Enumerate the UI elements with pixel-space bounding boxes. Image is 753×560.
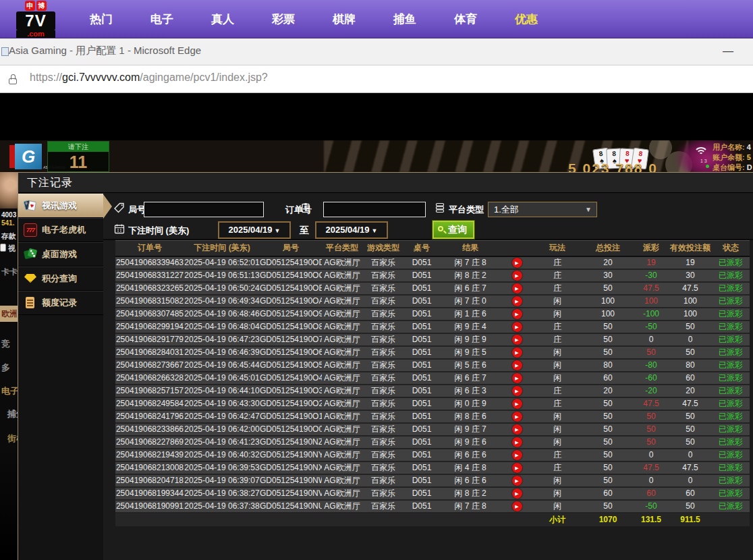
cell-payout: 60 [634, 487, 669, 500]
lock-icon[interactable] [9, 74, 17, 85]
nav-item-fishing[interactable]: 捕鱼 [379, 11, 430, 27]
cell-result: 闲 9 庄 6 [439, 436, 501, 449]
cell-round: GD051254190O4 [260, 372, 322, 385]
nav-item-live[interactable]: 真人 [197, 11, 248, 27]
balance-label: 账户余额: [713, 153, 745, 161]
bg-fragment: 捕鱼 [1, 408, 18, 420]
platform-type-select[interactable]: 1.全部 ▼ [488, 202, 597, 217]
query-button[interactable]: 查询 [433, 221, 474, 239]
replay-button[interactable]: ▶ [512, 360, 522, 370]
replay-button[interactable]: ▶ [512, 463, 522, 473]
round-input[interactable] [144, 202, 264, 217]
cell-game: 百家乐 [362, 500, 404, 513]
replay-button[interactable]: ▶ [512, 399, 522, 409]
cell-table: D051 [404, 436, 439, 449]
replay-button[interactable]: ▶ [512, 437, 522, 447]
cell-table: D051 [404, 269, 439, 282]
cell-order: 250419068213008 [115, 461, 184, 474]
nav-item-sports[interactable]: 体育 [440, 11, 491, 27]
cell-valid: 50 [669, 500, 712, 513]
cell-round: GD051254190OD [260, 256, 322, 269]
replay-button[interactable]: ▶ [512, 347, 522, 358]
replay-button[interactable]: ▶ [512, 283, 522, 293]
cell-time: 2025-04-19 06:46:39 [184, 346, 260, 359]
replay-button[interactable]: ▶ [512, 476, 522, 486]
sidebar-item-points-query[interactable]: 积分查询 [18, 267, 103, 291]
cell-status: 已派彩 [712, 359, 750, 372]
cell-result: 闲 5 庄 6 [439, 359, 501, 372]
cell-game: 百家乐 [362, 372, 404, 385]
betting-records-panel: 下注记录 9♥ 视讯游戏 777 电子老虎机 桌面游戏 积分查询 [18, 172, 753, 560]
cell-platform: AG欧洲厅 [322, 474, 362, 487]
cell-time: 2025-04-19 06:45:01 [184, 372, 260, 385]
date-from-select[interactable]: 2025/04/19▼ [218, 221, 291, 239]
nav-item-board[interactable]: 棋牌 [318, 11, 370, 27]
ag-logo-red-bar [9, 145, 15, 168]
cell-round: GD051254190NZ [260, 436, 322, 449]
chevron-down-icon: ▼ [275, 227, 281, 234]
cell-replay: ▶ [501, 397, 532, 410]
cell-status: 已派彩 [712, 333, 750, 346]
date-to-select[interactable]: 2025/04/19▼ [315, 221, 388, 239]
sidebar-item-table-games[interactable]: 桌面游戏 [18, 242, 103, 267]
replay-button[interactable]: ▶ [512, 412, 522, 422]
cell-valid: 50 [669, 436, 712, 449]
replay-button[interactable]: ▶ [512, 386, 522, 396]
cell-playtype: 庄 [532, 461, 582, 474]
replay-button[interactable]: ▶ [512, 309, 522, 319]
order-number-input[interactable] [323, 202, 426, 217]
url-domain: gci.7vvvvvv.com [62, 72, 140, 83]
subtotal-label: 小计 [532, 513, 582, 526]
sidebar-item-credit-records[interactable]: 额度记录 [18, 291, 103, 315]
cell-valid: 50 [669, 410, 712, 423]
cell-bet: 80 [582, 359, 634, 372]
col-playtype: 玩法 [532, 241, 582, 256]
cell-result: 闲 9 庄 7 [439, 423, 501, 436]
cell-result: 闲 6 庄 6 [439, 474, 501, 487]
nav-item-hot[interactable]: 热门 [76, 11, 127, 27]
cell-platform: AG欧洲厅 [322, 308, 362, 320]
address-bar[interactable]: https://gci.7vvvvvv.com/agingame/pcv1/in… [0, 65, 753, 93]
cell-payout: 0 [634, 474, 669, 487]
cell-playtype: 庄 [532, 282, 582, 295]
url-text[interactable]: https://gci.7vvvvvv.com/agingame/pcv1/in… [30, 72, 268, 84]
cell-round: GD051254190O5 [260, 359, 322, 372]
cell-order: 250419068199344 [115, 487, 184, 500]
nav-item-slots[interactable]: 电子 [136, 11, 188, 27]
nav-item-promo[interactable]: 优惠 [501, 11, 552, 27]
cell-result: 闲 0 庄 9 [439, 397, 501, 410]
replay-button[interactable]: ▶ [512, 373, 522, 383]
site-nav-items: 热门 电子 真人 彩票 棋牌 捕鱼 体育 优惠 [71, 0, 557, 38]
replay-button[interactable]: ▶ [512, 501, 522, 511]
replay-button[interactable]: ▶ [512, 450, 522, 460]
dice-icon [24, 248, 37, 261]
magnifier-icon [438, 226, 446, 234]
replay-button[interactable]: ▶ [512, 271, 522, 281]
nav-item-lottery[interactable]: 彩票 [258, 11, 309, 27]
cell-table: D051 [404, 385, 439, 397]
replay-button[interactable]: ▶ [512, 322, 522, 332]
replay-button[interactable]: ▶ [512, 424, 522, 435]
cell-playtype: 闲 [532, 308, 582, 320]
table-row: 2504190683232652025-04-19 06:50:24GD0512… [115, 282, 750, 295]
site-logo[interactable]: 申 博 7V .com [16, 1, 55, 38]
cell-table: D051 [404, 423, 439, 436]
background-page-strip: 4003 541. 存款 视 卡卡 欧洲 竞 多 电子 捕鱼 街机 [0, 172, 18, 560]
fade [0, 449, 18, 560]
sidebar-item-video-games[interactable]: 9♥ 视讯游戏 [18, 194, 103, 218]
cell-valid: 30 [669, 269, 712, 282]
replay-button[interactable]: ▶ [512, 258, 522, 268]
replay-button[interactable]: ▶ [512, 296, 522, 306]
minimize-button[interactable]: — [718, 41, 738, 61]
game-background-strip: G ASIA GAMING 请下注 11 8♠ 8♠ 8♥ 8♥ 5 023 7… [0, 140, 753, 172]
cell-valid: 47.5 [669, 461, 712, 474]
replay-button[interactable]: ▶ [512, 488, 522, 499]
sidebar-item-slot-machines[interactable]: 777 电子老虎机 [18, 218, 103, 242]
cell-result: 闲 1 庄 6 [439, 308, 501, 320]
cell-playtype: 闲 [532, 436, 582, 449]
platform-icon [435, 202, 445, 213]
cell-result: 闲 6 庄 7 [439, 372, 501, 385]
cell-playtype: 闲 [532, 423, 582, 436]
cell-valid: 100 [669, 295, 712, 308]
replay-button[interactable]: ▶ [512, 335, 522, 345]
